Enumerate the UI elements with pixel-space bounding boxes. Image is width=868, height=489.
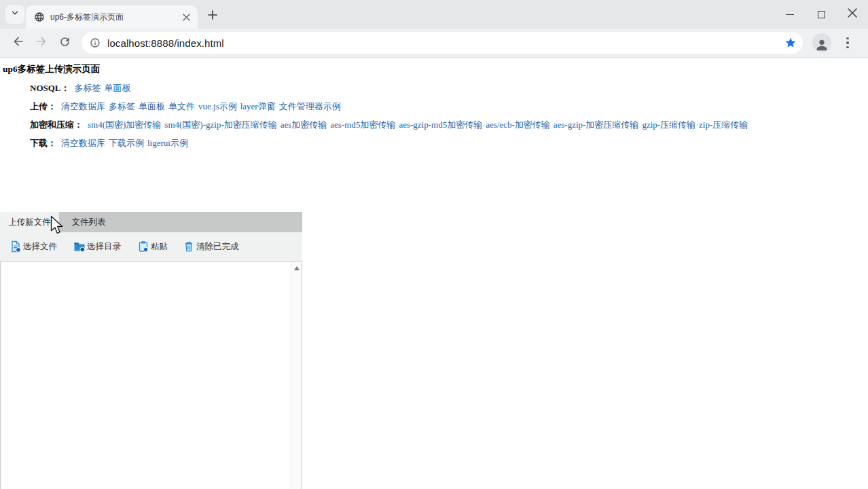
upload-panel: 上传新文件 文件列表 选择文件 [0,212,302,489]
demo-link[interactable]: aes-gzip-加密压缩传输 [554,120,639,130]
maximize-icon [818,11,825,18]
link-row-download: 下载：清空数据库下载示例ligerui示例 [30,137,868,149]
demo-link[interactable]: layer弹窗 [240,101,276,111]
tab-close-icon[interactable] [180,11,192,23]
tab-file-list[interactable]: 文件列表 [59,212,118,232]
demo-link[interactable]: 清空数据库 [61,138,105,148]
maximize-button[interactable] [806,0,837,29]
clear-completed-button[interactable]: 清除已完成 [183,240,239,253]
reload-icon [58,35,71,51]
scroll-up-icon[interactable] [294,266,300,270]
demo-link[interactable]: aes-md5加密传输 [330,120,395,130]
clear-completed-label: 清除已完成 [196,241,239,253]
minimize-button[interactable] [774,0,806,29]
page-title: up6多标签上传演示页面 [0,58,868,75]
browser-tab[interactable]: up6-多标签演示页面 [26,5,198,29]
row-label: NOSQL： [30,83,70,93]
select-file-button[interactable]: 选择文件 [10,240,57,253]
link-row-nosql: NOSQL：多标签单面板 [30,82,868,94]
back-arrow-icon [12,35,25,51]
demo-link[interactable]: sm4(国密)-gzip-加密压缩传输 [164,120,276,130]
demo-page: up6多标签上传演示页面 NOSQL：多标签单面板 上传：清空数据库多标签单面板… [0,58,868,149]
scrollbar[interactable] [291,262,302,489]
demo-link[interactable]: aes/ecb-加密传输 [486,120,550,130]
url-text: localhost:8888/index.html [107,37,784,49]
demo-link[interactable]: 文件管理器示例 [279,101,341,111]
tab-title: up6-多标签演示页面 [50,12,180,23]
paste-label: 粘贴 [151,241,168,253]
bookmark-star-icon[interactable] [784,37,797,49]
demo-link[interactable]: ligerui示例 [147,138,188,148]
demo-link[interactable]: 单面板 [105,83,131,93]
back-button[interactable] [7,31,30,54]
plus-icon [208,10,217,22]
url-bar[interactable]: localhost:8888/index.html [82,32,803,54]
window-controls [774,0,868,29]
browser-tabstrip: up6-多标签演示页面 [0,0,868,29]
row-label: 上传： [30,101,56,111]
chevron-down-icon [10,8,20,20]
paste-icon [137,240,151,253]
link-rows: NOSQL：多标签单面板 上传：清空数据库多标签单面板单文件vue.js示例la… [0,82,868,149]
demo-link[interactable]: 单文件 [168,101,195,111]
tab-search-button[interactable] [5,5,24,24]
minimize-icon [786,14,794,15]
add-folder-icon [73,240,87,253]
forward-button[interactable] [30,31,53,54]
demo-link[interactable]: 单面板 [139,101,165,111]
close-window-button[interactable] [837,0,868,29]
globe-icon [34,12,45,22]
demo-link[interactable]: 多标签 [109,101,135,111]
demo-link[interactable]: zip-压缩传输 [699,120,748,130]
new-tab-button[interactable] [203,7,222,26]
link-row-encryption: 加密和压缩：sm4(国密)加密传输sm4(国密)-gzip-加密压缩传输aes加… [30,119,868,130]
clear-completed-icon [183,240,196,253]
panel-toolbar: 选择文件 选择目录 [0,232,302,261]
profile-avatar[interactable] [812,33,831,52]
select-folder-button[interactable]: 选择目录 [73,240,121,253]
demo-link[interactable]: 清空数据库 [61,101,105,111]
kebab-icon [846,37,849,40]
add-file-icon [10,240,23,253]
close-icon [848,8,857,20]
panel-tabbar: 上传新文件 文件列表 [0,212,302,232]
select-file-label: 选择文件 [23,241,57,253]
forward-arrow-icon [35,35,48,51]
upload-file-list [0,261,302,489]
demo-link[interactable]: 多标签 [75,83,101,93]
browser-menu-button[interactable] [838,33,857,52]
demo-link[interactable]: aes-gzip-md5加密传输 [399,120,482,130]
site-info-icon[interactable] [90,37,101,48]
select-folder-label: 选择目录 [87,241,121,253]
tab-upload-new-file[interactable]: 上传新文件 [0,212,59,232]
browser-navbar: localhost:8888/index.html [0,29,868,58]
row-label: 加密和压缩： [30,120,83,130]
demo-link[interactable]: sm4(国密)加密传输 [88,120,161,130]
demo-link[interactable]: aes加密传输 [281,120,327,130]
link-row-upload: 上传：清空数据库多标签单面板单文件vue.js示例layer弹窗文件管理器示例 [30,101,868,112]
reload-button[interactable] [53,31,76,54]
paste-button[interactable]: 粘贴 [137,240,168,253]
demo-link[interactable]: vue.js示例 [198,101,237,111]
row-label: 下载： [30,138,56,148]
person-icon [814,37,829,52]
demo-link[interactable]: 下载示例 [109,138,144,148]
browser-window: up6-多标签演示页面 [0,0,868,489]
demo-link[interactable]: gzip-压缩传输 [642,120,695,130]
